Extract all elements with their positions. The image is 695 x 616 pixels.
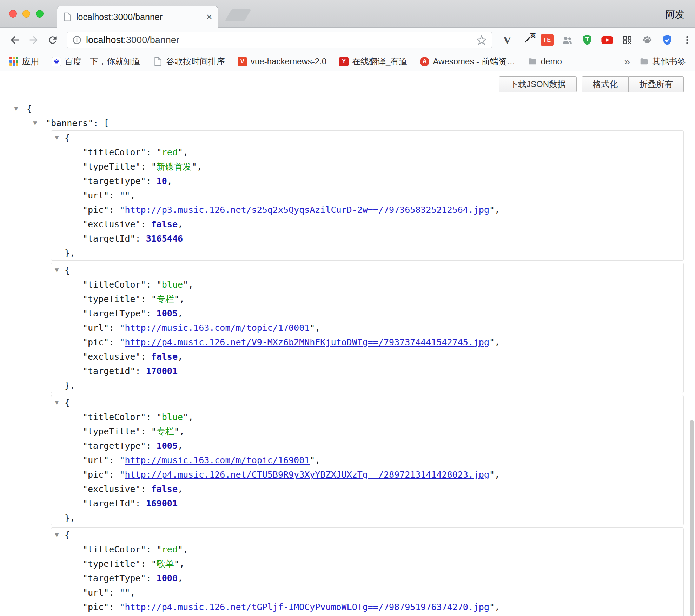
format-button[interactable]: 格式化 xyxy=(582,76,629,92)
json-url-link[interactable]: http://music.163.com/m/topic/170001 xyxy=(125,323,310,333)
bookmark-item[interactable]: Vvue-hackernews-2.0 xyxy=(238,57,326,66)
vimium-icon[interactable]: V xyxy=(501,33,514,47)
shield-check-icon[interactable] xyxy=(661,33,674,47)
bookmark-item[interactable]: 百度一下，你就知道 xyxy=(52,56,140,67)
collapse-toggle-icon[interactable]: ▼ xyxy=(33,116,37,130)
browser-menu-icon[interactable] xyxy=(681,33,694,47)
json-url-link[interactable]: http://music.163.com/m/topic/169001 xyxy=(125,455,310,465)
extensions-area: V 英 FE T xyxy=(501,33,694,47)
json-property: "titleColor": "blue", xyxy=(51,410,683,424)
new-tab-button[interactable] xyxy=(225,9,251,21)
bookmark-item[interactable]: 谷歌按时间排序 xyxy=(153,56,225,67)
json-punct: : xyxy=(141,352,151,362)
other-bookmarks-folder[interactable]: 其他书签 xyxy=(639,56,686,67)
json-key: "titleColor" xyxy=(82,280,146,290)
json-string-value: red xyxy=(162,147,178,157)
vue-favicon: V xyxy=(238,57,247,66)
json-key: "exclusive" xyxy=(82,352,141,362)
collapse-toggle-icon[interactable]: ▼ xyxy=(55,395,59,410)
json-key: "pic" xyxy=(82,205,109,215)
json-viewer: ▼{▼"banners": [▼{"titleColor": "red","ty… xyxy=(0,101,695,616)
tab-strip: localhost:3000/banner × 阿发 xyxy=(0,0,695,27)
youtube-icon[interactable] xyxy=(601,33,614,47)
fe-icon[interactable]: FE xyxy=(541,33,554,47)
page-favicon-icon xyxy=(63,12,72,21)
json-url-link[interactable]: http://p3.music.126.net/s25q2x5QyqsAzilC… xyxy=(125,205,489,215)
json-key: "targetType" xyxy=(82,573,146,583)
collapse-toggle-icon[interactable]: ▼ xyxy=(55,528,59,542)
json-url-link[interactable]: http://p4.music.126.net/tGPljf-IMOCyPvum… xyxy=(125,602,489,612)
collapse-toggle-icon[interactable]: ▼ xyxy=(55,263,59,277)
address-bar[interactable]: localhost:3000/banner xyxy=(67,32,492,48)
json-punct: , xyxy=(495,337,500,347)
bookmark-item[interactable]: AAwesomes - 前端资… xyxy=(420,56,515,67)
json-punct: : xyxy=(141,162,151,172)
vimium-letter: V xyxy=(503,34,511,47)
bookmark-label: vue-hackernews-2.0 xyxy=(251,57,326,66)
apps-grid-cell xyxy=(9,63,12,66)
t-shield-icon[interactable]: T xyxy=(581,33,594,47)
apps-grid-icon xyxy=(9,57,19,66)
minimize-window-button[interactable] xyxy=(22,10,30,18)
paw-icon[interactable] xyxy=(641,33,654,47)
reload-icon xyxy=(47,34,58,46)
json-key: "typeTitle" xyxy=(82,426,141,437)
bookmark-star-icon[interactable] xyxy=(476,35,487,45)
json-punct: : xyxy=(141,559,151,569)
json-punct: " xyxy=(178,147,183,157)
bookmark-item[interactable]: Y在线翻译_有道 xyxy=(339,56,407,67)
json-punct: : xyxy=(109,337,119,347)
awesomes-favicon: A xyxy=(420,57,429,66)
json-punct: }, xyxy=(65,380,75,391)
download-json-button[interactable]: 下载JSON数据 xyxy=(499,76,577,92)
json-property: "url": "http://music.163.com/m/topic/170… xyxy=(51,321,683,335)
profile-name[interactable]: 阿发 xyxy=(666,8,684,21)
json-punct: " xyxy=(489,205,495,215)
bookmark-label: 百度一下，你就知道 xyxy=(65,56,140,67)
back-button[interactable] xyxy=(8,33,22,47)
json-punct: " xyxy=(174,559,179,569)
reload-button[interactable] xyxy=(46,33,60,47)
scrollbar-thumb[interactable] xyxy=(690,420,694,616)
json-punct: "banners": [ xyxy=(46,118,109,128)
forward-button[interactable] xyxy=(27,33,41,47)
bookmark-label: 应用 xyxy=(22,56,39,67)
json-object-close: }, xyxy=(51,378,683,393)
apps-grid-cell xyxy=(13,63,15,66)
close-window-button[interactable] xyxy=(9,10,17,18)
json-punct: , xyxy=(178,219,183,229)
collapse-all-button[interactable]: 折叠所有 xyxy=(629,76,684,92)
json-punct: : xyxy=(146,544,157,555)
json-punct: " xyxy=(174,294,179,304)
browser-tab[interactable]: localhost:3000/banner × xyxy=(57,6,218,28)
json-punct: : xyxy=(141,484,151,494)
bookmarks-overflow-chevron[interactable]: » xyxy=(624,56,630,67)
t-letter: T xyxy=(581,37,593,42)
apps-grid-cell xyxy=(16,60,18,63)
json-key: "targetId" xyxy=(82,366,135,376)
json-url-link[interactable]: http://p4.music.126.net/V9-MXz6b2MNhEKju… xyxy=(125,337,489,347)
collapse-toggle-icon[interactable]: ▼ xyxy=(55,131,59,145)
url-host: localhost xyxy=(86,35,124,45)
org-chart-icon[interactable] xyxy=(561,33,574,47)
bookmark-item[interactable]: 应用 xyxy=(9,56,39,67)
json-punct: : xyxy=(146,441,157,451)
json-punct: " xyxy=(157,147,162,157)
json-url-link[interactable]: http://p4.music.126.net/CTU5B9R9y3XyYBZX… xyxy=(125,470,489,480)
json-punct: " xyxy=(151,294,157,304)
bookmark-label: Awesomes - 前端资… xyxy=(433,56,515,67)
json-property: "targetType": 1005, xyxy=(51,306,683,321)
tab-close-icon[interactable]: × xyxy=(206,12,212,22)
json-key: "pic" xyxy=(82,337,109,347)
collapse-toggle-icon[interactable]: ▼ xyxy=(14,101,18,116)
apps-grid-cell xyxy=(16,57,18,59)
bookmark-item[interactable]: demo xyxy=(528,57,562,66)
youdao-dict-icon[interactable]: 英 xyxy=(521,33,534,47)
zoom-window-button[interactable] xyxy=(36,10,44,18)
json-property: "url": "http://music.163.com/m/topic/169… xyxy=(51,453,683,467)
json-key: "targetType" xyxy=(82,441,146,451)
page-info-icon[interactable] xyxy=(72,35,82,45)
json-number-value: false xyxy=(151,484,178,494)
json-property: "typeTitle": "专栏", xyxy=(51,292,683,306)
qrcode-icon[interactable] xyxy=(621,33,634,47)
